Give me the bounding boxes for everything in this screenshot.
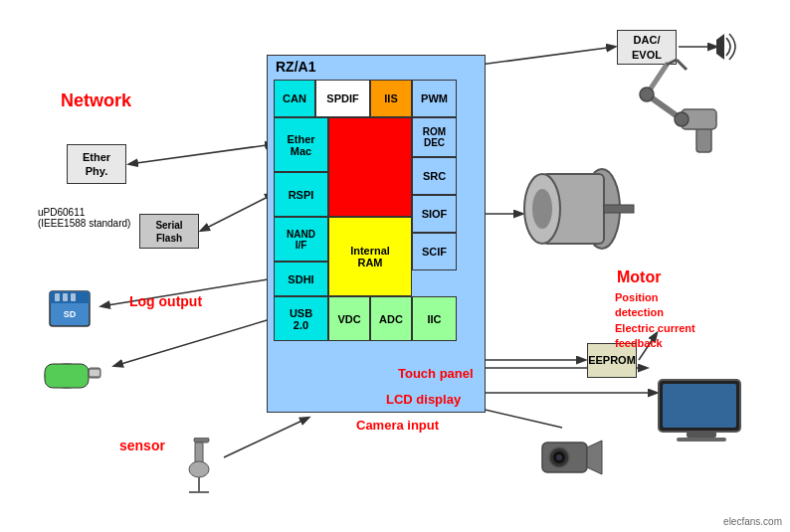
pwm-cell: PWM xyxy=(412,80,457,117)
svg-line-42 xyxy=(667,60,677,65)
camera-label: Camera input xyxy=(356,418,439,433)
can-cell: CAN xyxy=(274,80,315,117)
src-cell: SRC xyxy=(412,157,457,195)
usb20-cell: USB 2.0 xyxy=(274,296,328,341)
motor-icon xyxy=(522,159,642,259)
svg-point-55 xyxy=(189,461,209,477)
svg-rect-23 xyxy=(55,293,60,301)
serial-flash-box: Serial Flash xyxy=(139,214,199,249)
svg-line-43 xyxy=(677,60,687,70)
sdhi-cell: SDHI xyxy=(274,262,328,296)
vdc-cell: VDC xyxy=(328,296,370,341)
svg-rect-47 xyxy=(677,438,726,442)
iic-cell: IIC xyxy=(412,296,457,341)
svg-rect-25 xyxy=(71,293,76,301)
svg-rect-53 xyxy=(194,438,209,443)
chip-title: RZ/A1 xyxy=(276,59,315,75)
sd-card-icon: SD xyxy=(45,283,97,328)
watermark: elecfans.com xyxy=(723,516,782,527)
romdec-cell: ROM DEC xyxy=(412,117,457,157)
svg-rect-24 xyxy=(63,293,68,301)
svg-point-34 xyxy=(532,189,552,229)
camera-icon xyxy=(537,433,607,482)
rspi-cell: RSPI xyxy=(274,172,328,217)
svg-rect-35 xyxy=(604,205,634,213)
scif-cell: SCIF xyxy=(412,233,457,270)
svg-point-40 xyxy=(640,88,654,101)
red-block-cell xyxy=(328,117,412,217)
svg-point-52 xyxy=(556,454,562,460)
iis-cell: IIS xyxy=(370,80,412,117)
svg-marker-49 xyxy=(587,441,602,474)
internal-ram-cell: Internal RAM xyxy=(328,217,412,296)
ethermac-cell: Ether Mac xyxy=(274,117,328,172)
robot-arm-icon xyxy=(637,55,746,154)
motor-label: Motor xyxy=(617,268,661,286)
position-label: Position detection Electric current feed… xyxy=(615,290,695,352)
usb-drive-icon xyxy=(42,348,106,393)
svg-line-17 xyxy=(224,418,308,457)
spdif-cell: SPDIF xyxy=(315,80,370,117)
log-label: Log output xyxy=(129,293,202,309)
network-label: Network xyxy=(61,90,131,111)
svg-text:SD: SD xyxy=(64,309,77,319)
sensor-icon xyxy=(174,438,224,497)
svg-rect-46 xyxy=(687,432,716,438)
ether-phy-box: Ether Phy. xyxy=(67,144,126,184)
svg-rect-30 xyxy=(90,370,99,376)
siof-cell: SIOF xyxy=(412,195,457,233)
monitor-icon xyxy=(657,378,746,447)
sensor-label: sensor xyxy=(119,438,165,453)
svg-rect-28 xyxy=(45,364,89,388)
touch-panel-label: Touch panel xyxy=(398,366,474,381)
svg-rect-45 xyxy=(663,384,736,428)
upd-label: uPD60611 (IEEE1588 standard) xyxy=(38,207,130,229)
svg-line-4 xyxy=(201,194,274,231)
lcd-label: LCD display xyxy=(386,392,461,407)
diagram-container: RZ/A1 CAN SPDIF IIS PWM Ether Mac ROM DE… xyxy=(0,0,790,532)
nandif-cell: NAND I/F xyxy=(274,217,328,262)
svg-line-6 xyxy=(114,318,274,366)
adc-cell: ADC xyxy=(370,296,412,341)
svg-line-3 xyxy=(129,144,274,164)
svg-point-41 xyxy=(675,112,689,126)
